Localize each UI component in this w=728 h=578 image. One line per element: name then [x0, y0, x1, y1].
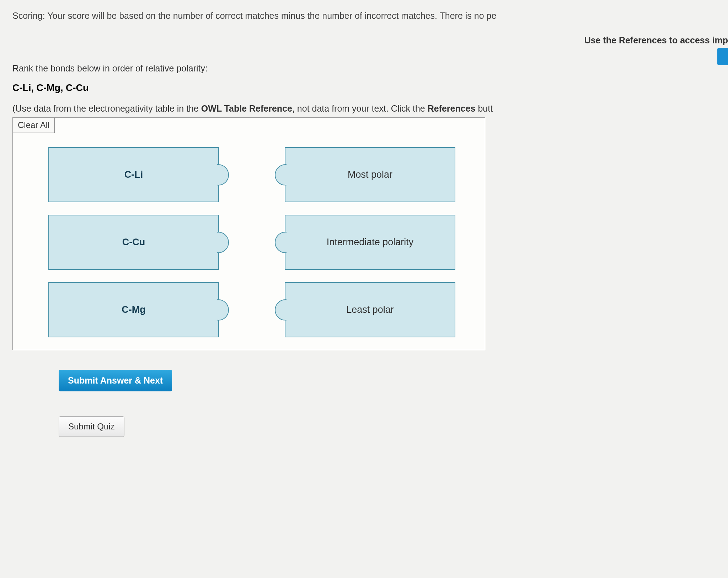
drag-item-c-li[interactable]: C-Li	[48, 147, 219, 202]
references-hint: Use the References to access imp	[12, 35, 728, 46]
question-prompt: Rank the bonds below in order of relativ…	[12, 63, 728, 74]
matching-widget: Clear All C-Li Most polar C-Cu Intermedi…	[12, 117, 485, 350]
instruction-prefix: (Use data from the electronegativity tab…	[12, 103, 201, 113]
instruction-bold-2: References	[428, 103, 476, 113]
match-row: C-Li Most polar	[48, 147, 474, 202]
drop-target-least-polar[interactable]: Least polar	[285, 282, 455, 337]
drag-item-c-cu[interactable]: C-Cu	[48, 215, 219, 270]
drag-item-c-mg[interactable]: C-Mg	[48, 282, 219, 337]
match-rows: C-Li Most polar C-Cu Intermediate polari…	[13, 133, 485, 350]
scoring-note: Scoring: Your score will be based on the…	[12, 11, 728, 21]
match-row: C-Mg Least polar	[48, 282, 474, 337]
references-tab[interactable]	[717, 48, 728, 65]
instruction-mid: , not data from your text. Click the	[292, 103, 428, 113]
bond-list: C-Li, C-Mg, C-Cu	[12, 82, 728, 93]
submit-answer-next-button[interactable]: Submit Answer & Next	[59, 370, 172, 391]
drop-target-intermediate-polarity[interactable]: Intermediate polarity	[285, 215, 455, 270]
drop-target-most-polar[interactable]: Most polar	[285, 147, 455, 202]
instruction-text: (Use data from the electronegativity tab…	[12, 103, 728, 114]
match-row: C-Cu Intermediate polarity	[48, 215, 474, 270]
instruction-suffix: butt	[475, 103, 493, 113]
instruction-bold-1: OWL Table Reference	[201, 103, 292, 113]
submit-quiz-button[interactable]: Submit Quiz	[59, 416, 124, 437]
clear-all-button[interactable]: Clear All	[13, 118, 55, 133]
